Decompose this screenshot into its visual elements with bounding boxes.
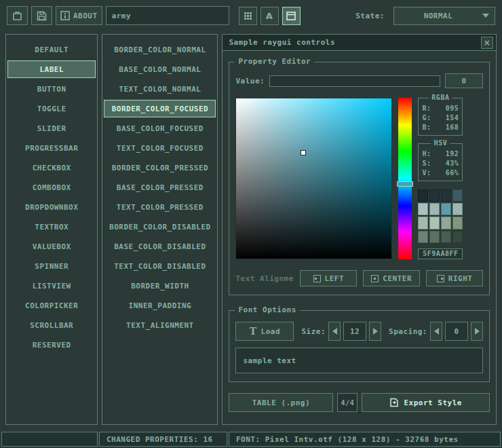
align-right-label: RIGHT	[448, 274, 473, 283]
control-item-label[interactable]: LABEL	[7, 60, 96, 78]
color-swatch[interactable]	[452, 203, 463, 215]
sample-window-title: Sample raygui controls	[229, 38, 481, 47]
align-center-icon	[371, 275, 379, 282]
close-button[interactable]: ×	[481, 37, 493, 49]
color-swatch[interactable]	[452, 189, 463, 202]
save-icon	[37, 11, 47, 21]
spacing-label: Spacing:	[389, 327, 427, 336]
grid-view-button[interactable]	[239, 7, 257, 25]
control-item-reserved[interactable]: RESERVED	[7, 336, 96, 354]
hue-slider-handle[interactable]	[397, 181, 413, 187]
sample-window-titlebar[interactable]: Sample raygui controls ×	[223, 35, 496, 51]
v-value: 66%	[446, 168, 459, 178]
control-item-progressbar[interactable]: PROGRESSBAR	[7, 139, 96, 157]
property-item-inner_padding[interactable]: INNER_PADDING	[104, 297, 216, 314]
color-swatch[interactable]	[452, 217, 463, 229]
control-item-valuebox[interactable]: VALUEBOX	[7, 238, 96, 255]
r-label: R:	[422, 104, 431, 113]
property-item-text_color_disabled[interactable]: TEXT_COLOR_DISABLED	[104, 257, 216, 275]
color-picker-cursor[interactable]	[301, 150, 306, 155]
color-swatch[interactable]	[418, 189, 428, 202]
control-item-button[interactable]: BUTTON	[7, 80, 96, 98]
font-icon: A	[266, 11, 273, 21]
property-item-border_color_normal[interactable]: BORDER_COLOR_NORMAL	[104, 41, 216, 58]
table-format-button[interactable]: TABLE (.png)	[229, 393, 333, 412]
control-item-dropdownbox[interactable]: DROPDOWNBOX	[7, 198, 96, 216]
color-swatch[interactable]	[418, 231, 428, 243]
hex-value-box[interactable]: 5F9AA8FF	[418, 248, 463, 259]
property-item-border_width[interactable]: BORDER_WIDTH	[104, 277, 216, 295]
color-swatch[interactable]	[418, 203, 428, 215]
size-increment-button[interactable]	[369, 322, 381, 341]
align-right-button[interactable]: RIGHT	[426, 270, 483, 286]
align-left-button[interactable]: LEFT	[300, 270, 357, 286]
hue-slider[interactable]	[398, 98, 412, 259]
controls-view-button[interactable]	[282, 7, 301, 25]
color-swatch[interactable]	[429, 203, 440, 215]
color-swatch[interactable]	[452, 231, 463, 243]
new-style-button[interactable]	[7, 6, 28, 25]
property-item-base_color_disabled[interactable]: BASE_COLOR_DISABLED	[104, 238, 216, 255]
export-style-label: Export Style	[404, 398, 461, 407]
arrow-left-icon	[332, 328, 337, 335]
font-options-group: Font Options T Load Size: 12 Spacing: 0	[229, 310, 490, 382]
property-item-base_color_normal[interactable]: BASE_COLOR_NORMAL	[104, 60, 216, 78]
spacing-decrement-button[interactable]	[430, 322, 442, 341]
property-item-border_color_pressed[interactable]: BORDER_COLOR_PRESSED	[104, 159, 216, 176]
font-options-title: Font Options	[235, 305, 299, 314]
g-label: G:	[422, 113, 431, 123]
control-item-default[interactable]: DEFAULT	[7, 41, 96, 58]
property-item-text_color_focused[interactable]: TEXT_COLOR_FOCUSED	[104, 139, 216, 157]
sample-text-box[interactable]: sample text	[235, 348, 483, 373]
color-swatch[interactable]	[441, 217, 451, 229]
property-item-base_color_pressed[interactable]: BASE_COLOR_PRESSED	[104, 179, 216, 196]
color-gradient-panel[interactable]	[235, 98, 392, 259]
text-alignment-row: Text Alignme LEFT CENTER RIGHT	[235, 270, 483, 286]
align-center-button[interactable]: CENTER	[363, 270, 420, 286]
size-value: 12	[350, 327, 360, 336]
property-item-text_alignment[interactable]: TEXT_ALIGNMENT	[104, 316, 216, 334]
color-swatch[interactable]	[441, 189, 451, 202]
color-swatch[interactable]	[429, 217, 440, 229]
property-item-border_color_disabled[interactable]: BORDER_COLOR_DISABLED	[104, 218, 216, 236]
color-swatch[interactable]	[441, 231, 451, 243]
control-item-checkbox[interactable]: CHECKBOX	[7, 159, 96, 176]
align-center-label: CENTER	[383, 274, 412, 283]
color-swatch[interactable]	[429, 189, 440, 202]
state-dropdown[interactable]: NORMAL	[393, 7, 495, 25]
property-item-base_color_focused[interactable]: BASE_COLOR_FOCUSED	[104, 119, 216, 137]
spacing-increment-button[interactable]	[471, 322, 483, 341]
status-bar: CHANGED PROPERTIES: 16 FONT: Pixel Intv.…	[0, 430, 502, 448]
control-item-textbox[interactable]: TEXTBOX	[7, 218, 96, 236]
export-style-button[interactable]: Export Style	[362, 393, 490, 412]
value-input[interactable]	[269, 75, 440, 87]
font-info-text: FONT: Pixel Intv.otf (128 x 128) - 32768…	[236, 435, 459, 444]
size-value-box[interactable]: 12	[343, 322, 366, 341]
control-item-toggle[interactable]: TOGGLE	[7, 100, 96, 117]
control-item-combobox[interactable]: COMBOBOX	[7, 179, 96, 196]
size-decrement-button[interactable]	[328, 322, 341, 341]
text-view-button[interactable]: A	[260, 7, 279, 25]
load-font-button[interactable]: T Load	[235, 322, 294, 341]
value-button[interactable]: 0	[445, 73, 483, 88]
control-item-scrollbar[interactable]: SCROLLBAR	[7, 316, 96, 334]
property-item-text_color_pressed[interactable]: TEXT_COLOR_PRESSED	[104, 198, 216, 216]
control-item-listview[interactable]: LISTVIEW	[7, 277, 96, 295]
color-swatch[interactable]	[429, 231, 440, 243]
b-value: 168	[446, 123, 459, 132]
about-button[interactable]: ABOUT	[56, 6, 102, 25]
align-left-label: LEFT	[325, 274, 345, 283]
control-item-slider[interactable]: SLIDER	[7, 119, 96, 137]
property-item-text_color_normal[interactable]: TEXT_COLOR_NORMAL	[104, 80, 216, 98]
style-name-input[interactable]	[106, 6, 229, 25]
about-button-label: ABOUT	[73, 12, 98, 20]
rgba-box: RGBA R:095 G:154 B:168	[418, 98, 463, 136]
spacing-value-box[interactable]: 0	[445, 322, 468, 341]
save-style-button[interactable]	[31, 6, 52, 25]
property-item-border_color_focused[interactable]: BORDER_COLOR_FOCUSED	[104, 100, 216, 117]
pages-box[interactable]: 4/4	[337, 393, 358, 412]
color-swatch[interactable]	[441, 203, 451, 215]
control-item-colorpicker[interactable]: COLORPICKER	[7, 297, 96, 314]
control-item-spinner[interactable]: SPINNER	[7, 257, 96, 275]
color-swatch[interactable]	[418, 217, 428, 229]
